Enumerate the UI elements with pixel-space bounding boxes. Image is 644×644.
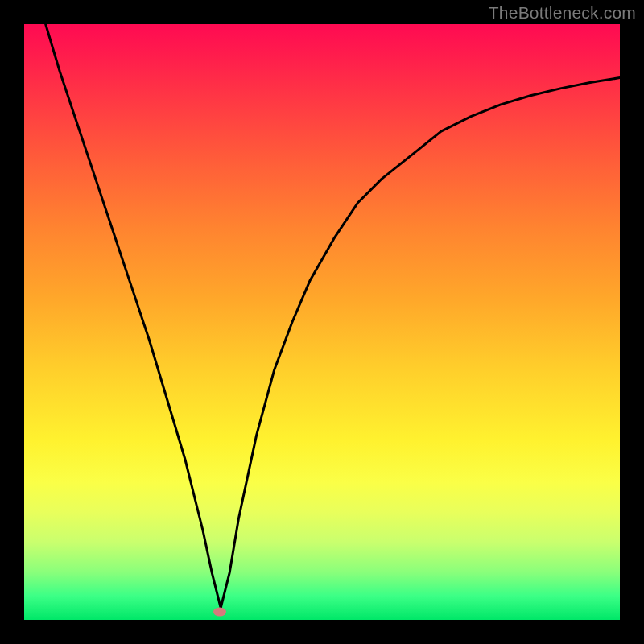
chart-frame: TheBottleneck.com [0, 0, 644, 644]
min-point-marker [213, 608, 226, 617]
plot-area [24, 24, 620, 620]
watermark-text: TheBottleneck.com [489, 3, 636, 23]
curve-line [24, 24, 620, 620]
